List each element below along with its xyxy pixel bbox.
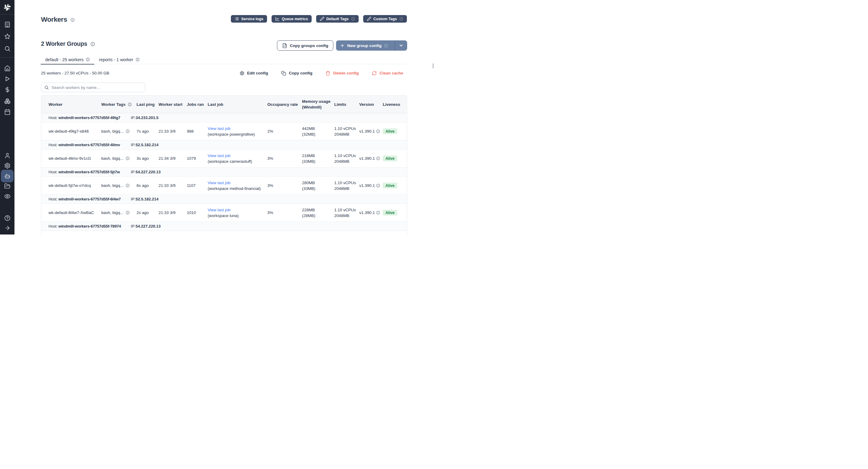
alive-badge: Alive xyxy=(383,210,397,216)
sidebar-item-workers[interactable] xyxy=(0,170,14,182)
worker-liveness: Alive xyxy=(383,122,397,140)
sidebar-item-favorites[interactable] xyxy=(0,31,14,41)
worker-liveness: Alive xyxy=(383,204,397,222)
info-icon[interactable] xyxy=(376,184,380,187)
cell-text: 988 xyxy=(187,129,194,133)
view-last-job-link[interactable]: View last job xyxy=(208,207,230,213)
sidebar-item-settings[interactable] xyxy=(0,160,14,170)
header-label: Limits xyxy=(334,102,346,107)
service-logs-button[interactable]: Service logs xyxy=(231,15,267,23)
cell-text: bash, bigq... xyxy=(101,156,124,161)
host-ip: 54.227.220.13 xyxy=(135,224,161,228)
worker-tags: bash, bigq... xyxy=(101,177,130,194)
service-logs-label: Service logs xyxy=(241,17,264,21)
worker-row xyxy=(41,231,407,234)
worker-row: wk-default-5jt7w-oYdcq bash, bigq... 6s … xyxy=(41,177,407,195)
info-icon[interactable] xyxy=(126,129,130,133)
header-label: Worker Tags xyxy=(101,102,126,107)
last-job-workspace: (workspace method-financial) xyxy=(208,186,261,191)
delete-config-label: Delete config xyxy=(333,71,359,75)
sidebar-item-variables[interactable] xyxy=(0,84,14,95)
pen-icon xyxy=(367,17,371,21)
sidebar-item-home[interactable] xyxy=(0,63,14,73)
queue-metrics-button[interactable]: Queue metrics xyxy=(272,15,312,23)
worker-groups-info-icon[interactable] xyxy=(90,42,95,46)
view-last-job-link[interactable]: View last job xyxy=(208,153,230,159)
new-group-config-dropdown[interactable] xyxy=(395,40,407,51)
sidebar-item-search[interactable] xyxy=(0,43,14,54)
column-header-occupancy-rate: Occupancy rate xyxy=(267,96,298,113)
worker-liveness: Alive xyxy=(383,150,397,167)
info-icon[interactable] xyxy=(376,156,380,160)
sidebar-item-help[interactable] xyxy=(0,213,14,223)
worker-name: wk-default-6l4w7-XwBaC xyxy=(49,204,94,222)
worker-memory: 280MB (33MB) xyxy=(302,177,315,194)
sidebar-item-collapse[interactable] xyxy=(0,223,14,233)
info-icon[interactable] xyxy=(376,129,380,133)
chevron-down-icon xyxy=(399,43,404,48)
info-icon[interactable] xyxy=(126,184,130,187)
toolbar: Service logs Queue metrics Default Tags … xyxy=(231,15,407,23)
host-row: Host: windmill-workers-67757d55f-6l4w7 I… xyxy=(41,195,407,204)
page-title: Workers xyxy=(41,16,67,24)
ip-label: IP: xyxy=(131,143,135,147)
sidebar-item-resources[interactable] xyxy=(0,96,14,106)
info-icon xyxy=(351,17,355,21)
host-label: Host: xyxy=(49,143,57,147)
cell-text: 2048MB xyxy=(334,159,349,164)
header-label: Memory usage xyxy=(302,99,331,104)
sidebar-item-folders[interactable] xyxy=(0,181,14,191)
page-title-info-icon[interactable] xyxy=(70,18,75,22)
column-header-worker: Worker xyxy=(49,96,62,113)
folder-open-icon xyxy=(4,183,10,189)
cell-text: 1.10 vCPUs xyxy=(334,180,356,186)
sidebar-item-runs[interactable] xyxy=(0,73,14,84)
page-title-row: Workers xyxy=(41,15,75,24)
header-label: Liveness xyxy=(383,102,400,107)
search-icon xyxy=(4,45,10,52)
worker-limits: 1.10 vCPUs 2048MB xyxy=(334,177,356,194)
worker-last-ping: 2s ago xyxy=(136,204,149,222)
info-icon[interactable] xyxy=(376,211,380,215)
copy-icon xyxy=(281,71,286,76)
cell-text: 1.10 vCPUs xyxy=(334,207,356,213)
pen-icon xyxy=(320,17,324,21)
tab-default[interactable]: default - 25 workers xyxy=(41,55,94,64)
view-last-job-link[interactable]: View last job xyxy=(208,126,230,131)
info-icon[interactable] xyxy=(128,102,132,106)
clean-cache-button[interactable]: Clean cache xyxy=(372,71,403,76)
cell-text: 228MB xyxy=(302,207,315,213)
info-icon[interactable] xyxy=(126,211,130,215)
default-tags-label: Default Tags xyxy=(327,17,349,21)
tab-reports-label: reports - 1 worker xyxy=(99,57,133,62)
worker-occupancy: 3% xyxy=(267,150,273,167)
edit-config-button[interactable]: Edit config xyxy=(240,71,268,76)
scrollbar-thumb[interactable] xyxy=(433,63,434,68)
cell-text: 3% xyxy=(267,156,273,161)
custom-tags-button[interactable]: Custom Tags xyxy=(363,15,407,23)
info-icon[interactable] xyxy=(126,156,130,160)
new-group-config-main[interactable]: New group config xyxy=(336,40,395,51)
cell-text: 1107 xyxy=(187,183,195,188)
worker-groups-heading-row: 2 Worker Groups xyxy=(41,40,95,47)
host-ip: 52.5.182.214 xyxy=(135,143,158,147)
view-last-job-link[interactable]: View last job xyxy=(208,180,230,186)
sidebar-item-audit-logs[interactable] xyxy=(0,191,14,201)
delete-config-button[interactable]: Delete config xyxy=(326,71,359,76)
column-header-jobs-ran: Jobs ran xyxy=(187,96,204,113)
new-group-config-button[interactable]: New group config xyxy=(336,40,407,51)
sidebar-item-schedules[interactable] xyxy=(0,107,14,117)
tab-reports[interactable]: reports - 1 worker xyxy=(94,55,144,64)
search-workers-input[interactable] xyxy=(52,85,142,90)
sidebar-item-workspace[interactable] xyxy=(0,19,14,30)
info-icon xyxy=(86,58,90,61)
worker-jobs-ran: 1107 xyxy=(187,177,195,194)
windmill-logo-icon[interactable] xyxy=(3,2,12,11)
sidebar-item-users[interactable] xyxy=(0,150,14,161)
copy-groups-config-button[interactable]: Copy groups config xyxy=(277,40,333,51)
worker-groups-tabbar: default - 25 workers reports - 1 worker xyxy=(41,55,407,64)
host-name: windmill-workers-67757d55f-78974 xyxy=(59,224,121,228)
default-tags-button[interactable]: Default Tags xyxy=(316,15,359,23)
copy-config-button[interactable]: Copy config xyxy=(281,71,312,76)
sidebar-active-highlight xyxy=(1,170,13,182)
